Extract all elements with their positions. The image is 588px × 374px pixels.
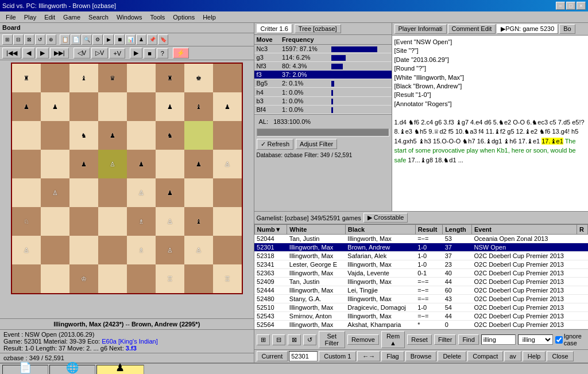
toolbar-btn-3[interactable]: ⊠ xyxy=(24,34,34,45)
chess-cell[interactable] xyxy=(213,207,242,236)
menu-item-edit[interactable]: Edit xyxy=(41,13,59,21)
menu-item-help[interactable]: Help xyxy=(199,13,219,21)
chess-cell[interactable]: ♟ xyxy=(213,92,242,121)
find-select[interactable]: illing xyxy=(518,334,553,345)
chess-cell[interactable]: ♙ xyxy=(41,178,69,207)
chess-cell[interactable]: ♖ xyxy=(213,264,242,293)
set-filter-btn[interactable]: Set Filter xyxy=(319,331,345,348)
chess-cell[interactable]: ♛ xyxy=(98,64,127,92)
reset-btn[interactable]: Reset xyxy=(407,334,432,345)
find-input[interactable] xyxy=(481,334,516,345)
toolbar-btn-4[interactable]: ↺ xyxy=(35,34,45,45)
critter-row[interactable]: Nf3 80: 4.3% xyxy=(254,62,392,71)
critter-tab[interactable]: Critter 1.6 xyxy=(257,24,292,33)
remove-btn[interactable]: Remove xyxy=(347,334,379,345)
chess-cell[interactable]: ♟ xyxy=(127,150,156,178)
menu-item-file[interactable]: File xyxy=(2,13,20,21)
compact-btn[interactable]: Compact xyxy=(467,351,503,361)
chess-cell[interactable] xyxy=(12,264,41,293)
chess-cell[interactable] xyxy=(127,64,156,92)
refresh-btn[interactable]: ✓ Refresh xyxy=(257,139,294,150)
table-header[interactable]: Event xyxy=(471,225,577,235)
delete-btn[interactable]: Delete xyxy=(438,351,466,361)
maximize-button[interactable]: □ xyxy=(566,2,575,10)
nav-play[interactable]: ▶ xyxy=(130,48,142,59)
chess-cell[interactable] xyxy=(184,121,213,150)
nav-end[interactable]: ▶▶| xyxy=(50,48,69,59)
chess-cell[interactable]: ♟ xyxy=(12,92,41,121)
chess-cell[interactable] xyxy=(213,178,242,207)
chess-cell[interactable] xyxy=(41,64,69,92)
toolbar-btn-14[interactable]: 📌 xyxy=(147,34,157,45)
close-btn[interactable]: Close xyxy=(547,351,573,361)
chess-cell[interactable] xyxy=(98,207,127,236)
chess-cell[interactable]: ♟ xyxy=(98,121,127,150)
chess-cell[interactable] xyxy=(69,178,98,207)
browse-btn[interactable]: Browse xyxy=(405,351,437,361)
chess-cell[interactable] xyxy=(41,207,69,236)
tree-tab[interactable]: Tree [ozbase] xyxy=(295,24,341,33)
toolbar-btn-9[interactable]: ⚙ xyxy=(92,34,103,45)
toolbar-btn-13[interactable]: ♟ xyxy=(136,34,146,45)
critter-row[interactable]: Bf4 1: 0.0% xyxy=(254,105,392,114)
chess-cell[interactable] xyxy=(69,236,98,264)
chess-cell[interactable]: ♟ xyxy=(184,150,213,178)
nav-start[interactable]: |◀◀ xyxy=(2,48,21,59)
table-row[interactable]: 52409 Tan, Justin Illingworth, Max =−= 4… xyxy=(254,278,587,286)
table-row[interactable]: 52510 Illingworth, Max Dragicevic, Domag… xyxy=(254,303,587,312)
chess-cell[interactable]: ♞ xyxy=(69,121,98,150)
adjust-filter-btn[interactable]: Adjust Filter xyxy=(296,139,337,149)
table-header[interactable]: R xyxy=(577,225,588,235)
toolbar-btn-7[interactable]: 📄 xyxy=(71,34,81,45)
chess-cell[interactable] xyxy=(12,121,41,150)
chess-cell[interactable] xyxy=(127,92,156,121)
find-btn[interactable]: Find xyxy=(458,334,478,345)
chess-cell[interactable] xyxy=(98,236,127,264)
chess-cell[interactable]: ♟ xyxy=(69,150,98,178)
crosstable-tab[interactable]: ▶ Crosstable xyxy=(363,213,408,223)
help-btn[interactable]: Help xyxy=(523,351,546,361)
chess-cell[interactable] xyxy=(12,150,41,178)
chess-cell[interactable]: ♖ xyxy=(156,264,184,293)
table-header[interactable]: Result xyxy=(415,225,442,235)
toolbar-btn-12[interactable]: 📊 xyxy=(125,34,136,45)
menu-item-game[interactable]: Game xyxy=(60,13,84,21)
chess-cell[interactable]: ♔ xyxy=(69,264,98,293)
chess-cell[interactable]: ♜ xyxy=(12,64,41,92)
table-row[interactable]: 52480 Stany, G.A. Illingworth, Max =−= 4… xyxy=(254,295,587,303)
chess-cell[interactable] xyxy=(98,264,127,293)
chess-cell[interactable]: ♙ xyxy=(12,236,41,264)
toolbar-btn-6[interactable]: 📋 xyxy=(60,34,70,45)
eco-code[interactable]: E60a xyxy=(102,338,117,345)
critter-row[interactable]: Bg5 2: 0.1% xyxy=(254,79,392,88)
player-info-tab[interactable]: Player Informati xyxy=(394,24,447,34)
chess-cell[interactable]: ♚ xyxy=(184,64,213,92)
critter-row[interactable]: h4 1: 0.0% xyxy=(254,88,392,96)
table-header[interactable]: Black xyxy=(345,225,415,235)
chess-cell[interactable] xyxy=(127,121,156,150)
toolbar-btn-15[interactable]: 🔖 xyxy=(158,34,168,45)
table-row[interactable]: 52318 Illingworth, Max Safarian, Alek 1-… xyxy=(254,252,587,260)
chess-cell[interactable] xyxy=(127,264,156,293)
chess-cell[interactable] xyxy=(41,150,69,178)
chess-cell[interactable] xyxy=(213,121,242,150)
chess-cell[interactable] xyxy=(213,236,242,264)
chess-cell[interactable] xyxy=(12,178,41,207)
menu-item-search[interactable]: Search xyxy=(85,13,112,21)
nav-flip[interactable]: ? xyxy=(157,48,168,59)
chess-cell[interactable] xyxy=(41,236,69,264)
chess-cell[interactable]: ♟ xyxy=(156,178,184,207)
chess-cell[interactable] xyxy=(69,207,98,236)
chess-cell[interactable]: ♙ xyxy=(98,150,127,178)
nav-var-back[interactable]: ◁V xyxy=(74,48,90,59)
av-btn[interactable]: av xyxy=(504,351,521,361)
comment-edit-tab[interactable]: Comment Edit xyxy=(448,24,496,34)
chess-cell[interactable] xyxy=(41,121,69,150)
menu-item-play[interactable]: Play xyxy=(21,13,40,21)
chess-cell[interactable] xyxy=(156,150,184,178)
table-header[interactable]: Length xyxy=(443,225,472,235)
table-row[interactable]: 52301 Illingworth, Max Brown, Andrew 1-0… xyxy=(254,243,587,252)
current-btn[interactable]: Current xyxy=(257,351,288,361)
toolbar-btn-11[interactable]: ⏹ xyxy=(114,34,125,45)
toolbar-btn-5[interactable]: ⊕ xyxy=(46,34,56,45)
